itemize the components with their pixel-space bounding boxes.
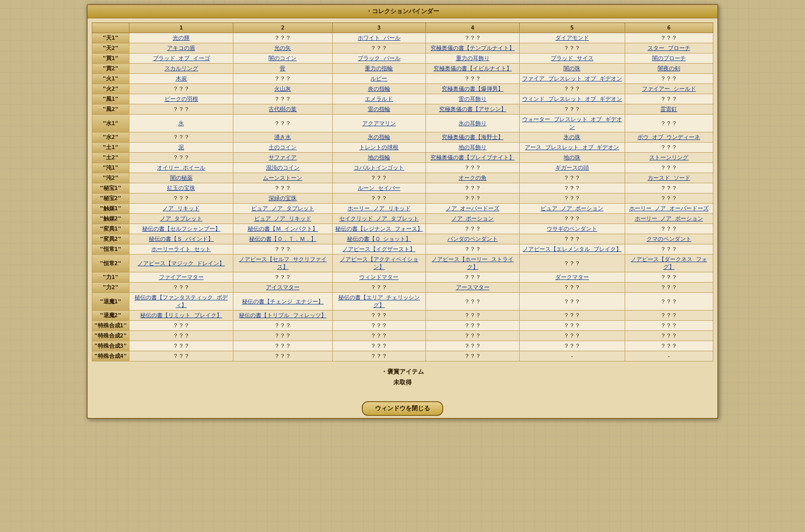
item-link[interactable]: コバルトインゴット: [354, 164, 404, 171]
item-link[interactable]: ノア タブレット: [160, 215, 203, 222]
item-link[interactable]: クマのペンダント: [647, 236, 691, 242]
item-link[interactable]: ボウ オブ ウンディーネ: [637, 134, 700, 141]
item-link[interactable]: ピュア ノア ポーション: [541, 205, 603, 212]
item-link[interactable]: 闇の秘薬: [170, 175, 193, 181]
item-link[interactable]: エメラルド: [365, 96, 393, 102]
item-link[interactable]: ブラッド オブ イーゴ: [153, 55, 210, 62]
item-link[interactable]: 骨: [280, 65, 285, 72]
item-link[interactable]: ホーリーライト セット: [151, 246, 211, 253]
item-link[interactable]: 秘伝の書【トリプル フィレッツ】: [239, 312, 327, 319]
item-link[interactable]: 地の指輪: [368, 154, 390, 161]
item-link[interactable]: 炎の指輪: [368, 86, 390, 92]
item-link[interactable]: ウィンド ブレスレット オブ ギデオン: [522, 96, 622, 102]
item-link[interactable]: ストーンリング: [649, 154, 688, 161]
item-link[interactable]: オイリー ホイール: [157, 164, 205, 171]
item-link[interactable]: 紅玉の宝珠: [167, 185, 195, 191]
item-link[interactable]: ムーンストーン: [263, 175, 302, 181]
item-link[interactable]: ノアピース【アクティベイション】: [340, 256, 418, 270]
item-link[interactable]: 秘伝の書【セルフシャンプー】: [142, 226, 221, 232]
item-link[interactable]: アキコの盾: [167, 45, 195, 51]
item-link[interactable]: ファイア ブレスレット オブ ギデオン: [522, 75, 622, 82]
item-link[interactable]: ノアピース【マジック ドレイン】: [138, 260, 225, 267]
item-link[interactable]: 泥: [178, 144, 184, 151]
item-link[interactable]: 究極奥儀の書【イビルナイト】: [434, 65, 512, 72]
item-link[interactable]: 究極奥儀の書【アサシン】: [439, 106, 506, 113]
item-link[interactable]: 霊雷釘: [660, 106, 677, 113]
item-link[interactable]: 究極奥儀の書【海野士】: [442, 134, 503, 141]
item-link[interactable]: 深緑の宝珠: [269, 195, 297, 202]
item-link[interactable]: 秘伝の書【Ｑ ショット】: [347, 236, 412, 242]
item-link[interactable]: 地の耳飾り: [459, 144, 487, 151]
item-link[interactable]: サファイア: [269, 154, 297, 161]
item-link[interactable]: セイクリッド ノア タブレット: [339, 215, 419, 222]
item-link[interactable]: ピュア ノア タブレット: [251, 205, 314, 212]
item-link[interactable]: 地の珠: [564, 154, 580, 161]
item-link[interactable]: ノアピース【エレメンタル ブレイク】: [523, 246, 622, 253]
item-link[interactable]: 氷: [178, 120, 184, 127]
item-link[interactable]: 闇のコイン: [269, 55, 297, 62]
item-link[interactable]: 光の矢: [274, 45, 291, 51]
item-link[interactable]: ホーリー ノア オーバードーズ: [629, 205, 709, 212]
item-link[interactable]: ウサギのペンダント: [547, 226, 597, 232]
item-link[interactable]: 土のコイン: [269, 144, 297, 151]
item-link[interactable]: 重力の指輪: [365, 65, 393, 72]
item-link[interactable]: 究極奥儀の書【爆弾男】: [442, 86, 503, 92]
item-link[interactable]: 闇の珠: [564, 65, 580, 72]
item-link[interactable]: 氷の指輪: [368, 134, 390, 141]
item-link[interactable]: 氷の珠: [564, 134, 580, 141]
item-link[interactable]: スカルリング: [165, 65, 198, 72]
item-link[interactable]: ダークマター: [555, 274, 589, 281]
item-link[interactable]: 氷の耳飾り: [459, 120, 487, 127]
item-link[interactable]: パンダのペンダント: [447, 236, 498, 242]
item-link[interactable]: スター ブローチ: [648, 45, 690, 51]
item-link[interactable]: ルーン セイバー: [358, 185, 400, 191]
item-link[interactable]: 木炭: [176, 75, 187, 82]
item-link[interactable]: アース ブレスレット オブ ギデオン: [525, 144, 619, 151]
item-link[interactable]: ノア リキッド: [163, 205, 200, 212]
item-link[interactable]: ノア ポーション: [451, 215, 494, 222]
item-link[interactable]: 究極奥儀の書【テンプルナイト】: [431, 45, 515, 51]
item-link[interactable]: ノアピース【ホーリー ストライク】: [432, 256, 514, 270]
item-link[interactable]: ピークの羽根: [165, 96, 198, 102]
item-link[interactable]: ブラック パール: [358, 55, 400, 62]
item-link[interactable]: ウォーター ブレスレット オブ ギデオン: [522, 116, 622, 130]
item-link[interactable]: オークの角: [459, 175, 487, 181]
item-link[interactable]: アクアマリン: [362, 120, 396, 127]
item-link[interactable]: ノアピース【セルフ サクリファイス】: [239, 256, 327, 270]
item-link[interactable]: 秘伝の書【Ｍ インパクト】: [248, 226, 318, 232]
item-link[interactable]: ファイアー シールド: [642, 86, 696, 92]
item-link[interactable]: カースド ソード: [648, 175, 690, 181]
item-link[interactable]: 重力の耳飾り: [456, 55, 490, 62]
item-link[interactable]: 雷の指輪: [368, 106, 390, 113]
item-link[interactable]: トレントの球根: [359, 144, 398, 151]
item-link[interactable]: ルビー: [370, 75, 387, 82]
item-link[interactable]: ノアピース【イグザースト】: [342, 246, 415, 253]
item-link[interactable]: ダイアモンド: [555, 35, 589, 41]
item-link[interactable]: アイスマター: [266, 284, 300, 291]
item-link[interactable]: ギガースの頭: [555, 164, 589, 171]
item-link[interactable]: 光の輝: [173, 35, 190, 41]
item-link[interactable]: ファイアーマター: [159, 274, 204, 281]
item-link[interactable]: ノアピース【ダークネス フォグ】: [631, 256, 707, 270]
item-link[interactable]: 秘伝の書【リミット ブレイク】: [140, 312, 222, 319]
item-link[interactable]: 秘伝の書【レジナンス フォース】: [335, 226, 423, 232]
item-link[interactable]: 古代樹の葉: [269, 106, 297, 113]
item-link[interactable]: 秘伝の書【チェンジ エナジー】: [242, 298, 324, 305]
item-link[interactable]: ブラッド サイス: [551, 55, 594, 62]
item-link[interactable]: ピュア ノア リキッド: [254, 215, 311, 222]
item-link[interactable]: 雷の耳飾り: [459, 96, 487, 102]
item-link[interactable]: 闇夜の剣: [658, 65, 680, 72]
item-link[interactable]: 混沌のコイン: [266, 164, 300, 171]
item-link[interactable]: 秘伝の書【Ｏ．Ｔ．Ｍ．】: [249, 236, 316, 242]
item-link[interactable]: 秘伝の書【ファンタスティック ボディ】: [135, 294, 228, 309]
item-link[interactable]: ホワイト パール: [358, 35, 400, 41]
item-link[interactable]: 究極奥儀の書【ブレイブナイト】: [431, 154, 515, 161]
close-window-button[interactable]: ウィンドウを閉じる: [362, 401, 443, 416]
item-link[interactable]: ノア オーバードーズ: [446, 205, 500, 212]
item-link[interactable]: ホーリー ノア ポーション: [635, 215, 703, 222]
item-link[interactable]: 秘伝の書【エリア チェリッシング】: [338, 294, 420, 309]
item-link[interactable]: ホーリー ノア リキッド: [347, 205, 410, 212]
item-link[interactable]: アースマター: [456, 284, 490, 291]
item-link[interactable]: 秘伝の書【Ｓ バインド】: [149, 236, 214, 242]
item-link[interactable]: 湧き水: [274, 134, 291, 141]
